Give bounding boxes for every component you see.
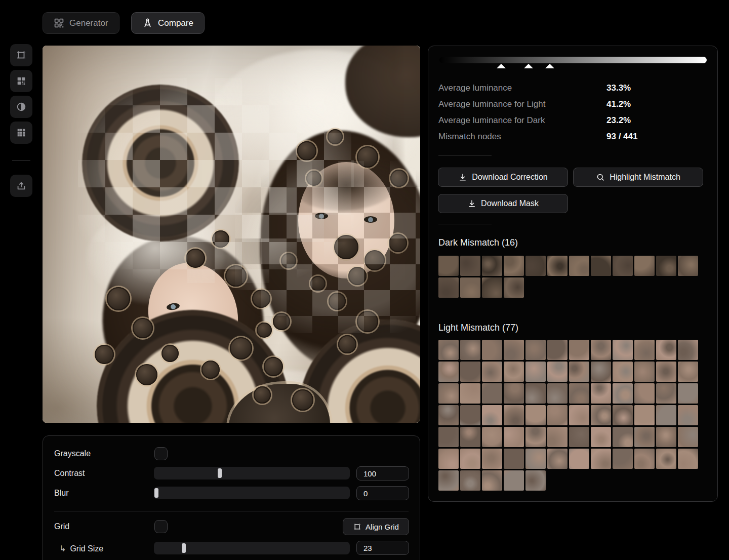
mismatch-thumbnail[interactable] <box>678 449 698 469</box>
mismatch-thumbnail[interactable] <box>504 383 524 404</box>
mismatch-thumbnail[interactable] <box>613 383 633 404</box>
mismatch-thumbnail[interactable] <box>525 340 546 360</box>
mismatch-thumbnail[interactable] <box>438 405 459 425</box>
mismatch-thumbnail[interactable] <box>634 340 655 360</box>
mismatch-thumbnail[interactable] <box>460 277 480 298</box>
mismatch-thumbnail[interactable] <box>613 405 633 425</box>
mismatch-thumbnail[interactable] <box>547 383 568 404</box>
mismatch-thumbnail[interactable] <box>482 362 502 382</box>
mismatch-thumbnail[interactable] <box>460 449 480 469</box>
mismatch-thumbnail[interactable] <box>460 470 480 491</box>
mismatch-thumbnail[interactable] <box>634 256 655 276</box>
comparison-image[interactable] <box>43 46 420 423</box>
mismatch-thumbnail[interactable] <box>613 449 633 469</box>
mismatch-thumbnail[interactable] <box>591 383 611 404</box>
tab-generator[interactable]: Generator <box>43 12 119 34</box>
mismatch-thumbnail[interactable] <box>634 362 655 382</box>
mismatch-thumbnail[interactable] <box>591 362 611 382</box>
mismatch-thumbnail[interactable] <box>438 427 459 447</box>
mismatch-thumbnail[interactable] <box>678 362 698 382</box>
mismatch-thumbnail[interactable] <box>460 383 480 404</box>
download-correction-button[interactable]: Download Correction <box>438 168 568 187</box>
mismatch-thumbnail[interactable] <box>656 449 676 469</box>
mismatch-thumbnail[interactable] <box>591 256 611 276</box>
mismatch-thumbnail[interactable] <box>460 427 480 447</box>
mismatch-thumbnail[interactable] <box>569 449 589 469</box>
align-grid-button[interactable]: Align Grid <box>343 518 409 535</box>
mismatch-thumbnail[interactable] <box>656 256 676 276</box>
contrast-slider[interactable] <box>154 467 350 479</box>
mismatch-thumbnail[interactable] <box>591 449 611 469</box>
frame-tool-button[interactable] <box>10 44 32 66</box>
mismatch-thumbnail[interactable] <box>438 449 459 469</box>
mismatch-thumbnail[interactable] <box>482 470 502 491</box>
mismatch-thumbnail[interactable] <box>438 383 459 404</box>
mismatch-thumbnail[interactable] <box>591 405 611 425</box>
mismatch-thumbnail[interactable] <box>525 449 546 469</box>
mismatch-thumbnail[interactable] <box>591 427 611 447</box>
mismatch-thumbnail[interactable] <box>547 340 568 360</box>
mismatch-thumbnail[interactable] <box>482 256 502 276</box>
mismatch-thumbnail[interactable] <box>504 340 524 360</box>
mismatch-thumbnail[interactable] <box>525 256 546 276</box>
mismatch-thumbnail[interactable] <box>656 405 676 425</box>
mismatch-thumbnail[interactable] <box>504 449 524 469</box>
mismatch-thumbnail[interactable] <box>634 405 655 425</box>
mismatch-thumbnail[interactable] <box>438 470 459 491</box>
contrast-tool-button[interactable] <box>10 96 32 118</box>
mismatch-thumbnail[interactable] <box>613 340 633 360</box>
mismatch-thumbnail[interactable] <box>525 362 546 382</box>
blur-value-input[interactable] <box>356 486 409 500</box>
mismatch-thumbnail[interactable] <box>547 449 568 469</box>
mismatch-thumbnail[interactable] <box>460 340 480 360</box>
mismatch-thumbnail[interactable] <box>482 277 502 298</box>
mismatch-thumbnail[interactable] <box>656 383 676 404</box>
mismatch-thumbnail[interactable] <box>678 340 698 360</box>
mismatch-thumbnail[interactable] <box>634 449 655 469</box>
mismatch-thumbnail[interactable] <box>613 256 633 276</box>
mismatch-thumbnail[interactable] <box>525 383 546 404</box>
mismatch-thumbnail[interactable] <box>656 427 676 447</box>
mismatch-thumbnail[interactable] <box>678 427 698 447</box>
mismatch-thumbnail[interactable] <box>525 427 546 447</box>
mismatch-thumbnail[interactable] <box>438 256 459 276</box>
mismatch-thumbnail[interactable] <box>569 256 589 276</box>
mismatch-thumbnail[interactable] <box>613 427 633 447</box>
mismatch-thumbnail[interactable] <box>547 362 568 382</box>
mismatch-thumbnail[interactable] <box>569 427 589 447</box>
mismatch-thumbnail[interactable] <box>482 383 502 404</box>
mismatch-thumbnail[interactable] <box>504 256 524 276</box>
mismatch-thumbnail[interactable] <box>591 340 611 360</box>
mismatch-thumbnail[interactable] <box>547 427 568 447</box>
mismatch-thumbnail[interactable] <box>634 383 655 404</box>
blur-slider[interactable] <box>154 487 350 499</box>
grid-size-slider[interactable] <box>154 542 350 554</box>
mismatch-thumbnail[interactable] <box>460 256 480 276</box>
mismatch-thumbnail[interactable] <box>438 277 459 298</box>
mismatch-thumbnail[interactable] <box>678 256 698 276</box>
contrast-value-input[interactable] <box>356 466 409 481</box>
mismatch-thumbnail[interactable] <box>569 405 589 425</box>
mismatch-thumbnail[interactable] <box>460 362 480 382</box>
mismatch-thumbnail[interactable] <box>482 340 502 360</box>
mismatch-thumbnail[interactable] <box>525 470 546 491</box>
mismatch-thumbnail[interactable] <box>504 405 524 425</box>
upload-tool-button[interactable] <box>10 175 32 197</box>
mismatch-thumbnail[interactable] <box>504 362 524 382</box>
grid-tool-button[interactable] <box>10 122 32 144</box>
download-mask-button[interactable]: Download Mask <box>438 194 568 213</box>
mismatch-thumbnail[interactable] <box>656 362 676 382</box>
mismatch-thumbnail[interactable] <box>482 449 502 469</box>
mismatch-thumbnail[interactable] <box>438 362 459 382</box>
tab-compare[interactable]: Compare <box>131 12 205 34</box>
blur-slider-thumb[interactable] <box>154 488 158 498</box>
highlight-mismatch-button[interactable]: Highlight Mistmatch <box>573 168 703 187</box>
grid-size-value-input[interactable] <box>356 541 409 555</box>
mismatch-thumbnail[interactable] <box>569 362 589 382</box>
grayscale-checkbox[interactable] <box>154 447 168 460</box>
grid-size-slider-thumb[interactable] <box>182 543 186 553</box>
mismatch-thumbnail[interactable] <box>504 277 524 298</box>
mismatch-thumbnail[interactable] <box>547 256 568 276</box>
mismatch-thumbnail[interactable] <box>634 427 655 447</box>
qr-pattern-tool-button[interactable] <box>10 70 32 92</box>
